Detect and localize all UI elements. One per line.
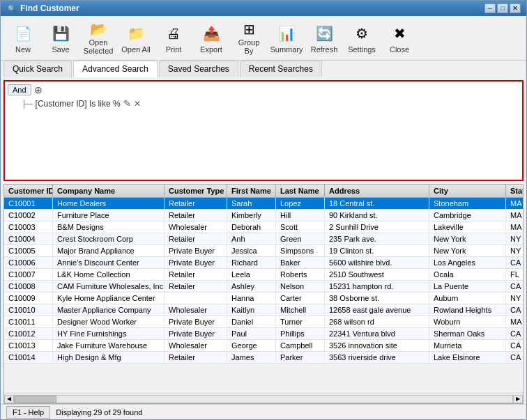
cell-city: Murrieta <box>429 340 506 351</box>
cell-custid: C10005 <box>4 245 53 256</box>
add-condition-icon[interactable]: ⊕ <box>34 84 43 95</box>
cell-city: New York <box>429 245 506 256</box>
col-header-lastname[interactable]: Last Name <box>276 185 325 197</box>
table-row[interactable]: C10011Designer Wood WorkerPrivate BuyerD… <box>4 316 523 328</box>
scroll-left-arrow[interactable]: ◀ <box>4 395 14 403</box>
cell-city: Woburn <box>429 316 506 327</box>
cell-address: 19 Clinton st. <box>325 245 429 256</box>
settings-icon: ⚙ <box>351 22 373 45</box>
cell-type: Private Buyer <box>165 257 227 268</box>
maximize-button[interactable]: □ <box>497 3 508 13</box>
table-row[interactable]: C10008CAM Furniture Wholesales, Inc.Reta… <box>4 281 523 293</box>
data-grid: Customer ID Company Name Customer Type F… <box>3 184 524 404</box>
cell-address: 3563 riverside drive <box>325 352 429 363</box>
tab-saved-searches[interactable]: Saved Searches <box>159 61 238 77</box>
cell-firstname: Kimberly <box>227 210 276 221</box>
toolbar-summary-button[interactable]: 📊 Summary <box>268 20 305 57</box>
status-bar: F1 - Help Displaying 29 of 29 found <box>1 404 526 419</box>
minimize-button[interactable]: ─ <box>484 3 496 13</box>
col-header-company[interactable]: Company Name <box>53 185 165 197</box>
cell-state: NY <box>506 233 523 244</box>
cell-city: Los Angeles <box>429 257 506 268</box>
toolbar-export-button[interactable]: 📤 Export <box>193 20 229 57</box>
cell-company: Home Dealers <box>53 198 165 209</box>
table-row[interactable]: C10005Major Brand AppliancePrivate Buyer… <box>4 245 523 257</box>
toolbar-new-button[interactable]: 📄 New <box>5 20 41 57</box>
table-row[interactable]: C10010Master Appliance CompanyWholesaler… <box>4 304 523 316</box>
tree-line: ├─ <box>22 100 33 108</box>
cell-city: Rowland Heights <box>429 304 506 316</box>
cell-company: Furniture Place <box>53 210 165 221</box>
print-icon: 🖨 <box>162 22 185 45</box>
col-header-address[interactable]: Address <box>325 185 429 197</box>
col-header-city[interactable]: City <box>429 185 506 197</box>
table-row[interactable]: C10003B&M DesignsWholesalerDeborahScott2… <box>4 221 523 233</box>
table-row[interactable]: C10004Crest Stockroom CorpRetailerAnhGre… <box>4 233 523 245</box>
cell-custid: C10014 <box>4 352 53 363</box>
scrollbar-track[interactable] <box>14 395 513 403</box>
table-row[interactable]: C10007L&K Home CollectionRetailerLeelaRo… <box>4 269 523 281</box>
grid-body[interactable]: C10001Home DealersRetailerSarahLopez18 C… <box>4 198 523 394</box>
cell-city: Ocala <box>429 269 506 280</box>
toolbar-group-by-button[interactable]: ⊞ Group By <box>231 20 267 57</box>
scroll-right-arrow[interactable]: ▶ <box>513 395 523 403</box>
grid-header: Customer ID Company Name Customer Type F… <box>4 185 523 198</box>
cell-firstname: Richard <box>227 257 276 268</box>
table-row[interactable]: C10006Annie's Discount CenterPrivate Buy… <box>4 257 523 269</box>
settings-label: Settings <box>348 45 376 54</box>
col-header-type[interactable]: Customer Type <box>165 185 227 197</box>
cell-type: Wholesaler <box>165 304 227 316</box>
cell-lastname: Nelson <box>276 281 325 292</box>
cell-firstname: George <box>227 340 276 351</box>
close-button[interactable]: ✕ <box>510 3 521 13</box>
table-row[interactable]: C10002Furniture PlaceRetailerKimberlyHil… <box>4 210 523 221</box>
cell-lastname: Hill <box>276 210 325 221</box>
tab-recent-searches[interactable]: Recent Searches <box>240 61 322 77</box>
cell-custid: C10001 <box>4 198 53 209</box>
toolbar-open-selected-button[interactable]: 📂 Open Selected <box>80 20 116 57</box>
cell-firstname: Sarah <box>227 198 276 209</box>
cell-lastname: Mitchell <box>276 304 325 316</box>
cell-type: Retailer <box>165 233 227 244</box>
cell-lastname: Phillips <box>276 328 325 339</box>
toolbar-settings-button[interactable]: ⚙ Settings <box>344 20 380 57</box>
col-header-firstname[interactable]: First Name <box>227 185 276 197</box>
toolbar-save-button[interactable]: 💾 Save <box>43 20 79 57</box>
toolbar-print-button[interactable]: 🖨 Print <box>155 20 192 57</box>
cell-state: CA <box>506 340 523 351</box>
cell-company: B&M Designs <box>53 221 165 233</box>
cell-state: CA <box>506 304 523 316</box>
table-row[interactable]: C10001Home DealersRetailerSarahLopez18 C… <box>4 198 523 210</box>
cell-address: 22341 Ventura blvd <box>325 328 429 339</box>
table-row[interactable]: C10012HY Fine FurnishingsPrivate BuyerPa… <box>4 328 523 340</box>
cell-city: Lake Elsinore <box>429 352 506 363</box>
scrollbar-thumb[interactable] <box>15 396 56 403</box>
open-all-label: Open All <box>121 45 151 54</box>
horizontal-scrollbar[interactable]: ◀ ▶ <box>4 394 523 403</box>
table-row[interactable]: C10014High Design & MfgRetailerJamesPark… <box>4 352 523 364</box>
refresh-label: Refresh <box>311 45 338 54</box>
close-icon: ✖ <box>388 22 411 45</box>
cell-custid: C10009 <box>4 293 53 304</box>
delete-condition-icon[interactable]: ✕ <box>134 99 141 109</box>
table-row[interactable]: C10013Jake Furniture WarehouseWholesaler… <box>4 340 523 352</box>
cell-address: 2 Sunhill Drive <box>325 221 429 233</box>
col-header-state[interactable]: State <box>506 185 524 197</box>
table-row[interactable]: C10009Kyle Home Appliance CenterHannaCar… <box>4 293 523 304</box>
save-icon: 💾 <box>49 22 72 45</box>
window-icon: 🔍 <box>6 3 17 14</box>
cell-company: Master Appliance Company <box>53 304 165 316</box>
toolbar-close-button[interactable]: ✖ Close <box>381 20 418 57</box>
cell-company: Annie's Discount Center <box>53 257 165 268</box>
cell-firstname: Hanna <box>227 293 276 304</box>
toolbar-refresh-button[interactable]: 🔄 Refresh <box>306 20 342 57</box>
col-header-custid[interactable]: Customer ID <box>4 185 53 197</box>
new-icon: 📄 <box>12 22 34 45</box>
edit-condition-icon[interactable]: ✎ <box>123 98 131 109</box>
tab-advanced-search[interactable]: Advanced Search <box>73 61 158 77</box>
cell-state: CA <box>506 352 523 363</box>
cell-city: Sherman Oaks <box>429 328 506 339</box>
tab-quick-search[interactable]: Quick Search <box>3 61 72 77</box>
open-all-icon: 📁 <box>125 22 147 45</box>
toolbar-open-all-button[interactable]: 📁 Open All <box>118 20 154 57</box>
